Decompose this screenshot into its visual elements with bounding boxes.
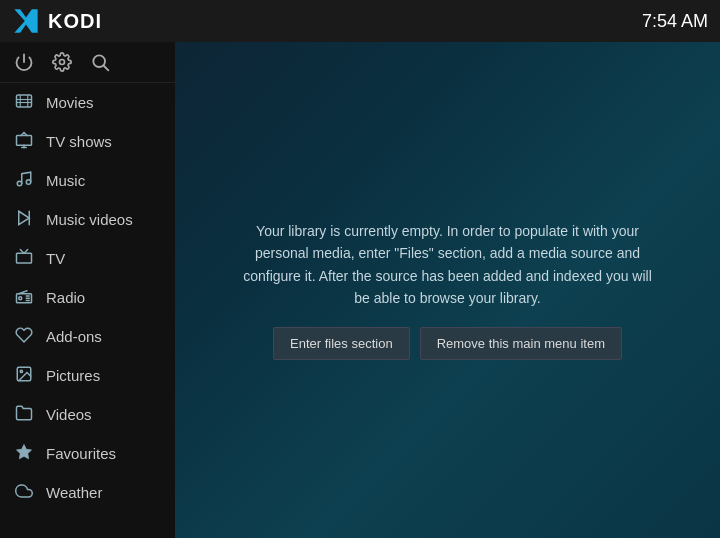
header-left: KODI — [12, 7, 102, 35]
svg-point-12 — [17, 181, 22, 186]
header: KODI 7:54 AM — [0, 0, 720, 42]
svg-point-13 — [26, 180, 31, 185]
settings-button[interactable] — [52, 52, 72, 72]
empty-library-panel: Your library is currently empty. In orde… — [218, 200, 678, 381]
header-time: 7:54 AM — [642, 11, 708, 32]
sidebar-item-pictures[interactable]: Pictures — [0, 356, 175, 395]
kodi-logo-icon — [12, 7, 40, 35]
svg-marker-0 — [14, 9, 37, 32]
main-layout: Movies TV shows Music Music videos — [0, 42, 720, 538]
power-button[interactable] — [14, 52, 34, 72]
svg-marker-24 — [17, 445, 32, 459]
sidebar-label-favourites: Favourites — [46, 445, 116, 462]
sidebar-item-movies[interactable]: Movies — [0, 83, 175, 122]
svg-rect-4 — [17, 95, 32, 107]
pictures-icon — [14, 365, 34, 386]
tv-icon — [14, 248, 34, 269]
sidebar-label-radio: Radio — [46, 289, 85, 306]
sidebar-label-weather: Weather — [46, 484, 102, 501]
app-title: KODI — [48, 10, 102, 33]
sidebar-item-tv-shows[interactable]: TV shows — [0, 122, 175, 161]
sidebar-item-add-ons[interactable]: Add-ons — [0, 317, 175, 356]
music-icon — [14, 170, 34, 191]
svg-point-18 — [19, 297, 22, 300]
tv-shows-icon — [14, 131, 34, 152]
svg-rect-9 — [17, 136, 32, 146]
add-ons-icon — [14, 326, 34, 347]
sidebar-controls — [0, 42, 175, 83]
favourites-icon — [14, 443, 34, 464]
sidebar-label-add-ons: Add-ons — [46, 328, 102, 345]
svg-line-3 — [104, 66, 109, 71]
content-area: Your library is currently empty. In orde… — [175, 42, 720, 538]
sidebar-label-pictures: Pictures — [46, 367, 100, 384]
weather-icon — [14, 482, 34, 503]
svg-marker-14 — [19, 211, 30, 225]
sidebar-item-weather[interactable]: Weather — [0, 473, 175, 512]
sidebar-label-tv-shows: TV shows — [46, 133, 112, 150]
svg-rect-16 — [17, 253, 32, 263]
enter-files-button[interactable]: Enter files section — [273, 327, 410, 360]
sidebar: Movies TV shows Music Music videos — [0, 42, 175, 538]
sidebar-label-videos: Videos — [46, 406, 92, 423]
sidebar-nav: Movies TV shows Music Music videos — [0, 83, 175, 538]
svg-point-23 — [20, 370, 22, 372]
sidebar-item-music-videos[interactable]: Music videos — [0, 200, 175, 239]
sidebar-item-tv[interactable]: TV — [0, 239, 175, 278]
sidebar-label-music: Music — [46, 172, 85, 189]
movies-icon — [14, 92, 34, 113]
music-videos-icon — [14, 209, 34, 230]
svg-point-1 — [60, 60, 65, 65]
sidebar-item-radio[interactable]: Radio — [0, 278, 175, 317]
sidebar-label-movies: Movies — [46, 94, 94, 111]
sidebar-label-tv: TV — [46, 250, 65, 267]
empty-library-message: Your library is currently empty. In orde… — [238, 220, 658, 310]
remove-menu-item-button[interactable]: Remove this main menu item — [420, 327, 622, 360]
sidebar-item-videos[interactable]: Videos — [0, 395, 175, 434]
radio-icon — [14, 287, 34, 308]
sidebar-label-music-videos: Music videos — [46, 211, 133, 228]
sidebar-item-favourites[interactable]: Favourites — [0, 434, 175, 473]
action-buttons: Enter files section Remove this main men… — [238, 327, 658, 360]
search-button[interactable] — [90, 52, 110, 72]
sidebar-item-music[interactable]: Music — [0, 161, 175, 200]
videos-icon — [14, 404, 34, 425]
